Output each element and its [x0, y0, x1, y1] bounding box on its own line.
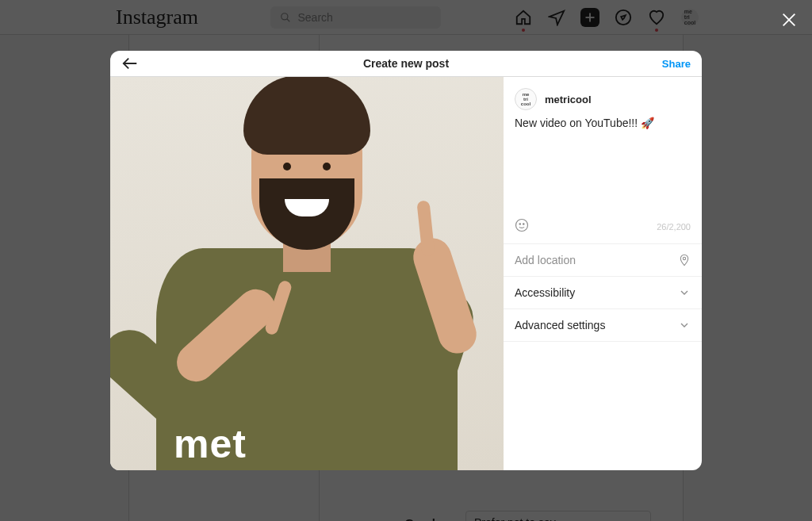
modal-body: met me tri cool metricool New video on Y — [110, 77, 702, 470]
modal-title: Create new post — [363, 57, 449, 70]
add-location-row[interactable]: Add location — [504, 243, 702, 276]
create-post-modal: Create new post Share met — [110, 51, 702, 470]
accessibility-label: Accessibility — [515, 286, 575, 299]
character-count: 26/2,200 — [657, 222, 691, 232]
close-icon[interactable] — [780, 11, 798, 29]
accessibility-row[interactable]: Accessibility — [504, 276, 702, 308]
image-preview[interactable]: met — [110, 77, 504, 470]
post-details-panel: me tri cool metricool New video on YouTu… — [504, 77, 702, 470]
back-arrow-icon[interactable] — [121, 55, 139, 72]
add-location-label: Add location — [515, 254, 576, 266]
svg-point-10 — [519, 224, 521, 225]
advanced-settings-row[interactable]: Advanced settings — [504, 308, 702, 342]
caption-textarea[interactable]: New video on YouTube!!! 🚀 — [504, 117, 702, 212]
chevron-down-icon — [678, 286, 691, 299]
svg-point-12 — [683, 257, 685, 259]
modal-header: Create new post Share — [110, 51, 702, 77]
emoji-icon[interactable] — [515, 218, 529, 236]
location-pin-icon — [678, 254, 691, 266]
author-row: me tri cool metricool — [504, 77, 702, 117]
advanced-settings-label: Advanced settings — [515, 319, 605, 331]
svg-point-9 — [516, 220, 528, 232]
modal-overlay[interactable]: Create new post Share met — [0, 0, 812, 521]
svg-point-11 — [523, 224, 525, 225]
author-avatar[interactable]: me tri cool — [515, 88, 537, 110]
shirt-text: met — [174, 421, 247, 467]
share-button[interactable]: Share — [662, 58, 691, 70]
caption-footer: 26/2,200 — [504, 212, 702, 243]
author-username[interactable]: metricool — [545, 94, 592, 105]
chevron-down-icon — [678, 319, 691, 331]
